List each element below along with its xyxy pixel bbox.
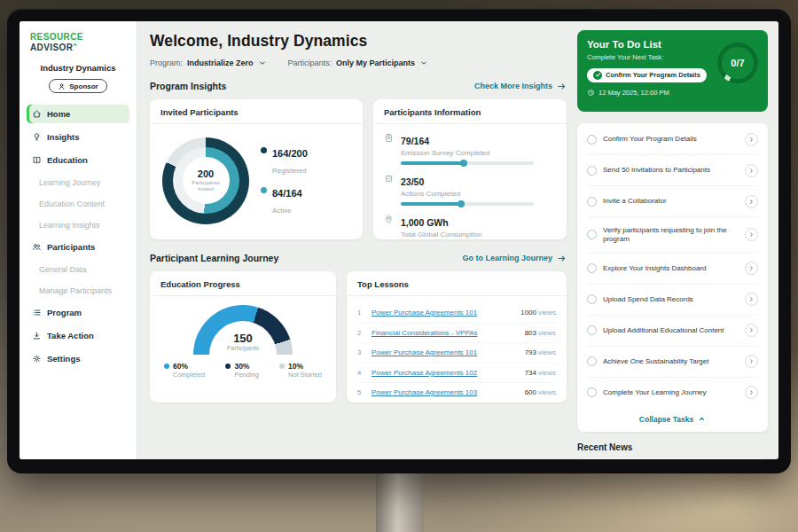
link-label: Go to Learning Journey xyxy=(462,254,552,262)
lesson-link[interactable]: Power Purchase Agreements 102 xyxy=(372,369,518,377)
task-label: Explore Your Insights Dashboard xyxy=(603,264,739,273)
todo-progress-value: 0/7 xyxy=(722,47,754,79)
task-checkbox[interactable] xyxy=(587,294,597,304)
task-row[interactable]: Verify participants requesting to join t… xyxy=(587,217,758,254)
sidebar-item-participants[interactable]: Participants xyxy=(27,238,129,256)
chevron-right-icon[interactable] xyxy=(745,355,758,368)
sidebar-item-label: Learning Journey xyxy=(39,178,101,187)
program-filter-label: Program: xyxy=(150,59,183,67)
sidebar-item-learning-journey[interactable]: Learning Journey xyxy=(27,174,129,192)
chevron-right-icon[interactable] xyxy=(745,386,758,399)
page-title: Welcome, Industry Dynamics xyxy=(150,32,567,51)
task-label: Confirm Your Program Details xyxy=(603,135,739,144)
org-name: Industry Dynamics xyxy=(27,63,129,73)
take-action-icon xyxy=(32,331,42,340)
todo-title: Your To Do List xyxy=(587,39,710,50)
lesson-row: 4 Power Purchase Agreements 102 734views xyxy=(357,364,556,384)
task-row[interactable]: Invite a Collaborator xyxy=(587,186,758,217)
sidebar-item-education[interactable]: Education xyxy=(27,151,129,169)
collapse-tasks-link[interactable]: Collapse Tasks xyxy=(587,408,758,427)
lesson-row: 2 Financial Considerations - VPPAs 803vi… xyxy=(357,324,556,344)
sidebar-item-manage-participants[interactable]: Manage Participants xyxy=(27,282,129,300)
task-label: Upload Spend Data Records xyxy=(603,295,739,304)
lesson-link[interactable]: Power Purchase Agreements 101 xyxy=(372,348,518,356)
lesson-rank: 4 xyxy=(357,369,364,377)
task-row[interactable]: Complete Your Learning Journey xyxy=(587,378,758,408)
participants-filter[interactable]: Participants: Only My Participants xyxy=(288,59,429,67)
card-title: Education Progress xyxy=(150,279,336,296)
chevron-right-icon[interactable] xyxy=(745,164,758,177)
top-lessons-card: Top Lessons 1 Power Purchase Agreements … xyxy=(347,271,567,403)
survey-icon xyxy=(384,133,394,165)
person-icon xyxy=(58,82,66,90)
sponsor-badge[interactable]: Sponsor xyxy=(49,79,106,93)
task-row[interactable]: Achieve One Sustainability Target xyxy=(587,347,758,378)
sidebar-item-label: General Data xyxy=(39,265,87,274)
task-checkbox[interactable] xyxy=(587,387,597,397)
home-icon xyxy=(32,109,42,119)
lesson-link[interactable]: Financial Considerations - VPPAs xyxy=(372,329,518,337)
legend-dot xyxy=(261,147,267,153)
legend-dot xyxy=(164,364,169,369)
task-row[interactable]: Confirm Your Program Details xyxy=(587,124,758,155)
chevron-right-icon[interactable] xyxy=(745,293,758,306)
task-checkbox[interactable] xyxy=(587,325,597,335)
sidebar-item-insights[interactable]: Insights xyxy=(27,128,129,146)
task-checkbox[interactable] xyxy=(587,197,597,207)
lesson-row: 1 Power Purchase Agreements 101 1000view… xyxy=(357,303,556,324)
lesson-rank: 2 xyxy=(357,329,364,337)
chevron-right-icon[interactable] xyxy=(745,324,758,337)
lesson-link[interactable]: Power Purchase Agreements 101 xyxy=(372,309,513,317)
sidebar-item-learning-insights[interactable]: Learning Insights xyxy=(27,216,129,234)
participants-information-card: Participants Information 79/164 Emission… xyxy=(373,99,567,239)
sidebar-item-label: Learning Insights xyxy=(39,221,100,230)
check-more-insights-link[interactable]: Check More Insights xyxy=(474,82,567,91)
sidebar-item-program[interactable]: Program xyxy=(27,303,129,322)
task-row[interactable]: Send 50 Invitations to Participants xyxy=(587,155,758,186)
sidebar-item-general-data[interactable]: General Data xyxy=(27,261,129,278)
clock-icon xyxy=(587,89,595,97)
chevron-right-icon[interactable] xyxy=(745,133,758,146)
go-to-learning-journey-link[interactable]: Go to Learning Journey xyxy=(462,254,567,263)
sidebar-item-education-content[interactable]: Education Content xyxy=(27,195,129,213)
info-row-consumption: 1,000 GWh Total Global Consumption xyxy=(384,214,556,239)
task-row[interactable]: Upload Spend Data Records xyxy=(587,285,758,316)
task-checkbox[interactable] xyxy=(587,166,597,176)
legend-item-not-started: 10% Not Started xyxy=(279,362,322,379)
lesson-views: 1000views xyxy=(520,309,556,317)
content-area: Welcome, Industry Dynamics Program: Indu… xyxy=(137,21,778,459)
task-list-card: Confirm Your Program Details Send 50 Inv… xyxy=(577,123,768,432)
chevron-up-icon xyxy=(698,415,706,423)
program-insights-heading: Program Insights xyxy=(150,81,226,91)
task-row[interactable]: Upload Additional Educational Content xyxy=(587,316,758,347)
chevron-right-icon[interactable] xyxy=(745,228,758,241)
sidebar-item-take-action[interactable]: Take Action xyxy=(27,326,129,345)
legend-item-completed: 60% Completed xyxy=(164,362,205,379)
lesson-link[interactable]: Power Purchase Agreements 103 xyxy=(372,388,518,396)
sidebar-item-settings[interactable]: Settings xyxy=(27,349,129,368)
task-row[interactable]: Explore Your Insights Dashboard xyxy=(587,254,758,285)
education-progress-card: Education Progress 150 Participants 60% … xyxy=(150,271,336,403)
actions-icon xyxy=(384,174,394,206)
next-task-label: Confirm Your Program Details xyxy=(606,71,700,79)
task-label: Send 50 Invitations to Participants xyxy=(603,166,739,175)
education-icon xyxy=(32,155,42,165)
lesson-row: 3 Power Purchase Agreements 101 793views xyxy=(357,343,556,364)
donut-center-label: ParticipantsInvited xyxy=(192,180,219,192)
link-label: Check More Insights xyxy=(474,82,552,90)
task-checkbox[interactable] xyxy=(587,263,597,273)
next-task-pill[interactable]: Confirm Your Program Details xyxy=(587,68,707,82)
chevron-down-icon xyxy=(258,59,267,67)
invited-donut-chart: 200 ParticipantsInvited xyxy=(162,137,249,224)
logo-plus: + xyxy=(73,42,77,48)
todo-progress-ring: 0/7 xyxy=(717,43,758,83)
chevron-right-icon[interactable] xyxy=(745,262,758,275)
lesson-rank: 5 xyxy=(357,388,364,396)
chevron-right-icon[interactable] xyxy=(745,195,758,208)
task-checkbox[interactable] xyxy=(587,230,597,239)
task-label: Upload Additional Educational Content xyxy=(603,326,739,335)
program-filter[interactable]: Program: Industrialize Zero xyxy=(150,59,267,67)
task-checkbox[interactable] xyxy=(587,135,597,145)
sidebar-item-home[interactable]: Home xyxy=(27,105,129,123)
task-checkbox[interactable] xyxy=(587,356,597,366)
